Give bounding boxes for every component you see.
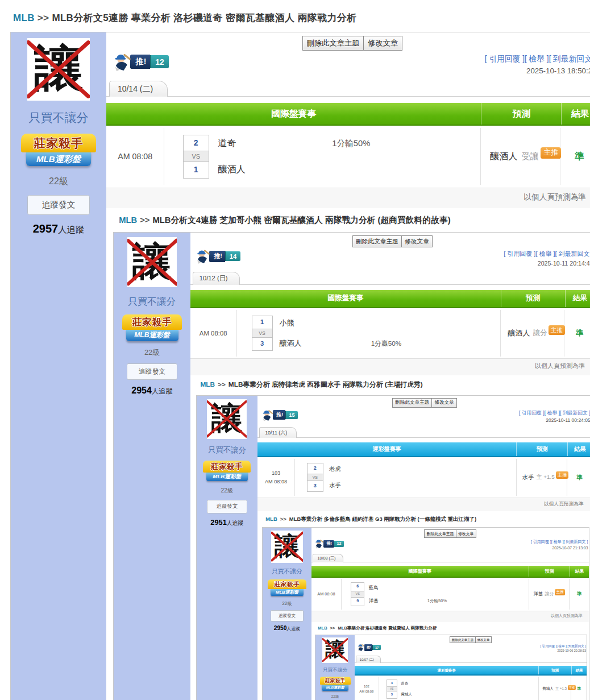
push-button[interactable]: 推!12 [315,539,343,548]
admin-actions: 刪除此文章主題修改文章 [257,398,590,408]
report-link[interactable]: [ 檢舉 ] [545,410,560,416]
delete-post-button[interactable]: 刪除此文章主題 [352,235,402,247]
quote-reply-link[interactable]: [ 引用回覆 ] [541,644,557,648]
post-meta-right: [ 引用回覆 ][ 檢舉 ][ 到最新回文 ] 2025-10-07 21:13… [531,539,588,551]
edit-post-button[interactable]: 修改文章 [401,235,433,247]
edit-post-button[interactable]: 修改文章 [431,398,457,408]
post-timestamp: 2025-10-13 18:50:21 [485,65,590,76]
report-link[interactable]: [ 檢舉 ] [535,250,555,257]
date-tab-row: 10/08 (三) [311,553,589,562]
admin-actions: 刪除此文章主題修改文章 [190,235,590,247]
avatar[interactable]: 讓 [27,38,90,101]
home-score: 9 [351,597,364,606]
level-label: 22級 [114,348,190,358]
latest-reply-link[interactable]: [ 到最新回文 ] [555,250,590,257]
author-nickname[interactable]: 只買不讓分 [197,445,258,455]
level-label: 22級 [263,600,311,607]
date-tab[interactable]: 10/07 (二) [356,656,380,663]
follow-button[interactable]: 追蹤發文 [127,363,177,380]
away-team-name: 藍鳥 [369,585,396,591]
team-stack: 道奇1分輸50% 釀酒人 [218,136,480,177]
result-column-header: 結果 [562,103,590,124]
category-link[interactable]: MLB [119,216,137,225]
date-tab[interactable]: 10/11 (六) [259,427,297,438]
avatar[interactable]: 讓 [271,531,303,562]
follow-button[interactable]: 追蹤發文 [27,195,90,216]
delete-post-button[interactable]: 刪除此文章主題 [424,529,456,538]
latest-reply-link[interactable]: [ 到最新回文 ] [549,55,590,63]
avatar[interactable]: 讓 [322,637,348,663]
report-link[interactable]: [ 檢舉 ] [525,55,549,63]
post-sidebar: 讓 只買不讓分 莊家殺手 MLB運彩盤 22級 追蹤發文 2954人追蹤 [114,233,190,700]
post-content: 刪除此文章主題修改文章 推!15 [ 引用回覆 ][ 檢舉 ][ 到最新回文 ] [257,396,590,700]
follow-button[interactable]: 追蹤發文 [271,610,304,622]
post-meta-right: [ 引用回覆 ][ 檢舉 ][ 到最新回文 ] 2025-10-11 00:24… [519,409,590,424]
game-table: 國際盤賽事 預測 結果 AM 08:08 2 VS 1 道奇1分輸50% [106,103,590,208]
vs-label: VS [307,474,324,481]
latest-reply-link[interactable]: [ 到最新回文 ] [560,410,590,416]
main-pick-badge: 主推 [556,471,569,479]
game-time-cell: 102 AM 08:08 [355,677,379,700]
author-nickname[interactable]: 只買不讓分 [315,667,355,674]
avatar[interactable]: 讓 [127,237,177,287]
game-row: 102 AM 08:08 4 [355,676,587,700]
game-time-cell: AM 08:08 [106,128,164,185]
quote-reply-link[interactable]: [ 引用回覆 ] [504,250,535,257]
nested-post-container: MLB>>MLB專業分析 多倫多藍鳥 紐約洋基 G3 兩隊戰力分析 (一條龍模式… [257,516,590,700]
quote-reply-link[interactable]: [ 引用回覆 ] [485,55,525,63]
away-team-name: 道奇 [218,137,269,150]
game-time: AM 08:08 [118,152,152,161]
date-tab[interactable]: 10/12 (日) [193,272,240,285]
edit-post-button[interactable]: 修改文章 [456,529,476,538]
score-stack: 2 VS 1 [183,135,209,179]
odds-note: 1分贏50% [371,339,402,348]
push-button[interactable]: 推!17 [358,644,381,651]
category-link[interactable]: MLB [318,626,327,631]
prediction-condition: 受讓 [521,151,539,163]
page-title-text: MLB分析文5連勝 專業分析 洛杉磯道奇 密爾瓦基釀酒人 兩隊戰力分析 [52,13,356,23]
home-team-name: 釀酒人 [280,338,321,349]
edit-post-button[interactable]: 修改文章 [475,636,492,643]
author-nickname[interactable]: 只買不讓分 [11,110,106,126]
author-nickname[interactable]: 只買不讓分 [263,568,311,575]
date-tab[interactable]: 10/14 (二) [109,81,168,96]
delete-post-button[interactable]: 刪除此文章主題 [450,636,476,643]
post-action-links: [ 引用回覆 ][ 檢舉 ][ 到最新回文 ] [541,644,586,648]
category-link[interactable]: MLB [265,516,277,522]
quote-reply-link[interactable]: [ 引用回覆 ] [531,540,551,544]
away-score: 1 [252,316,273,329]
delete-post-button[interactable]: 刪除此文章主題 [302,36,364,51]
post-sidebar: 讓 只買不讓分 莊家殺手 MLB運彩盤 [315,635,355,700]
latest-reply-link[interactable]: [ 到最新回文 ] [564,540,588,544]
report-link[interactable]: [ 檢舉 ] [551,540,564,544]
delete-post-button[interactable]: 刪除此文章主題 [392,398,432,408]
latest-reply-link[interactable]: [ 到最新回文 ] [567,644,586,648]
game-table: 國際盤賽事 預測 結果 AM 08:08 1 [190,290,590,375]
prediction-cell: 費城人 主 +1.5 主推 [539,677,571,700]
quote-reply-link[interactable]: [ 引用回覆 ] [519,410,545,416]
push-button[interactable]: 推!15 [262,409,298,421]
rank-badge: 莊家殺手 MLB運彩盤 [122,314,182,341]
result-cell: 準 [560,128,590,185]
push-count: 14 [225,251,240,261]
table-header: 國際盤賽事 預測 結果 [106,103,590,125]
report-link[interactable]: [ 檢舉 ] [556,644,566,648]
avatar[interactable]: 讓 [207,399,247,439]
push-button[interactable]: 推!14 [196,249,240,264]
post-panel: 讓 只買不讓分 莊家殺手 MLB運彩盤 22級 追蹤發文 2957人追蹤 刪除此… [10,32,590,700]
game-row: AM 08:08 2 VS 1 道奇1分輸50% 釀酒人 釀酒人 受讓 [106,126,590,188]
push-count: 12 [150,55,169,68]
category-link[interactable]: MLB [200,380,215,388]
post-meta-right: [ 引用回覆 ][ 檢舉 ][ 到最新回文 ] 2025-10-06 20:28… [541,644,586,653]
home-score: 3 [387,691,397,698]
post-meta-right: [ 引用回覆 ][ 檢舉 ][ 到最新回文 ] 2025-10-13 18:50… [485,53,590,76]
follow-button[interactable]: 追蹤發文 [207,500,248,513]
batter-icon [315,539,325,548]
edit-post-button[interactable]: 修改文章 [363,36,402,51]
push-button[interactable]: 推!12 [114,53,169,71]
away-score: 2 [183,135,209,151]
date-tab[interactable]: 10/08 (三) [313,554,343,562]
followers-count: 2951人追蹤 [197,518,258,527]
author-nickname[interactable]: 只買不讓分 [114,295,190,308]
category-link[interactable]: MLB [13,13,35,23]
